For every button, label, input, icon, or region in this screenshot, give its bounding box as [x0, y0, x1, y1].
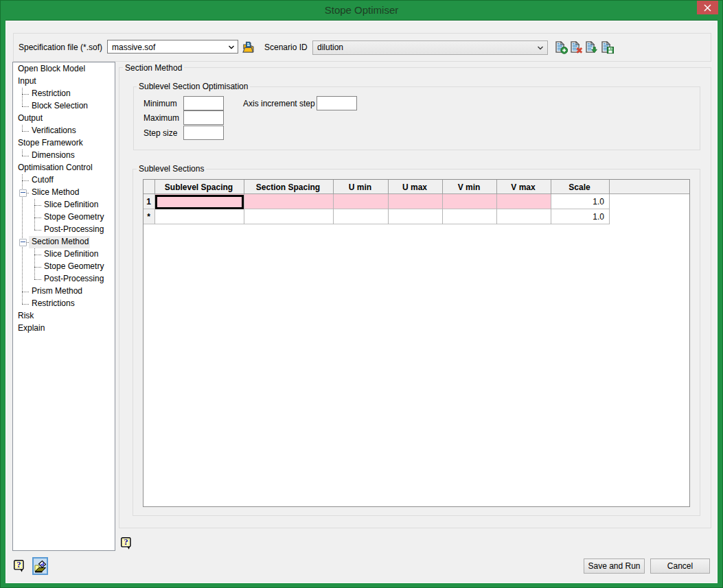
svg-text:?: ?	[124, 537, 128, 547]
svg-text:?: ?	[16, 560, 21, 569]
